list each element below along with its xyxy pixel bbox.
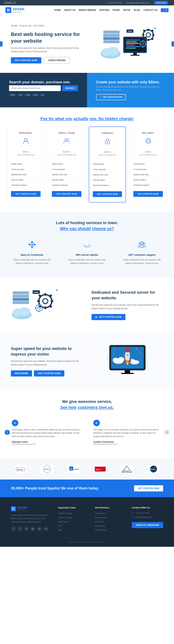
svg-rect-110 <box>125 370 130 373</box>
nav-pages[interactable]: PAGES <box>113 9 120 12</box>
domain-search-title: Search your domain, purchase one. <box>9 80 78 84</box>
footer-partners-col: Out Partners Themeforest Codecanyon Vide… <box>95 506 126 533</box>
footer-link-domain[interactable]: Search Domain <box>58 516 72 518</box>
nav-about[interactable]: ABOUT US <box>64 9 75 12</box>
nav-contact[interactable]: CONTACT US <box>143 9 157 12</box>
svg-rect-53 <box>32 246 33 248</box>
phone-link[interactable]: 📞 +214 5212 829 <box>105 2 122 4</box>
send-message-button[interactable]: SEND US A MESSAGE <box>132 522 163 528</box>
footer-partner-videohive[interactable]: Videohive <box>95 520 104 523</box>
hero-next-button[interactable]: › <box>171 42 174 46</box>
list-item: WHMCS Bridge <box>58 512 90 514</box>
footer-links-list: WHMCS Bridge Search Domain My Account Ca… <box>58 512 90 531</box>
cta-button[interactable]: GET STARTED NOW <box>134 485 163 492</box>
brand-logo-inner-1: BRAND <box>13 464 28 474</box>
footer-link-cart[interactable]: Cart <box>58 525 62 527</box>
pricing-btn-personal[interactable]: GET STARTED NOW <box>11 191 41 197</box>
speed-get-started-button[interactable]: GET STARTED NOW <box>34 370 64 376</box>
svg-text:+: + <box>56 288 58 292</box>
pricing-name-company: COMPANY <box>93 132 122 134</box>
svg-rect-83 <box>38 310 40 312</box>
domain-get-started-button[interactable]: ✓ GET STARTED NOW <box>96 94 126 100</box>
svg-rect-25 <box>147 29 149 31</box>
pricing-price-personal: $3/mo <box>11 148 41 154</box>
tld-com: .com <box>9 94 16 96</box>
logo: SPARK web hosting <box>6 7 25 13</box>
pricing-btn-smallteam[interactable]: GET STARTED NOW <box>52 191 81 197</box>
domain-search-button[interactable]: SEARCH <box>62 85 78 91</box>
footer-link-blog[interactable]: Blog <box>58 529 62 531</box>
social-youtube[interactable]: yt <box>37 526 42 531</box>
hero-illustration: www <box>100 26 163 62</box>
testimonial-role-1: Web developer/customer.com <box>12 443 81 445</box>
testimonials-next-button[interactable]: › <box>164 430 169 435</box>
hero-get-started-button[interactable]: GET STARTED NOW <box>11 57 41 64</box>
social-googleplus[interactable]: g+ <box>30 526 36 531</box>
svg-rect-68 <box>13 294 29 298</box>
social-twitter[interactable]: t <box>17 526 23 531</box>
nav-blog[interactable]: BLOG <box>134 9 140 12</box>
hero-tag: Simple – Easy to use – 10x Faster! <box>11 24 83 28</box>
nav-whmcs[interactable]: WHMCS BRIDGE <box>79 9 96 12</box>
hero-prev-button[interactable]: ‹ <box>0 42 3 46</box>
pricing-price-bigshot: $3/mo <box>133 148 163 154</box>
svg-point-71 <box>43 298 48 304</box>
svg-rect-67 <box>13 298 29 301</box>
footer-partners-title: Out Partners <box>95 506 126 509</box>
nav-setup[interactable]: SETUP <box>123 9 130 12</box>
svg-rect-84 <box>35 308 36 308</box>
domain-input[interactable] <box>9 85 61 91</box>
dedicated-get-started-button[interactable]: ▶ GET STARTED NOW <box>92 314 125 320</box>
logo-icon <box>6 7 11 13</box>
footer-partner-graphicriver[interactable]: Graphicriver <box>95 529 106 531</box>
svg-rect-129 <box>12 508 13 508</box>
pricing-card-bigshot: BIG SHOT $3/mo price for personal use 10… <box>130 126 167 202</box>
nav-home[interactable]: HOME <box>54 9 61 12</box>
svg-text:SEEN IT: SEEN IT <box>96 469 101 470</box>
hero-check-pricing-button[interactable]: CHECK PRICING <box>44 57 70 64</box>
pricing-heading: Pay for what you actually use. No hidden… <box>7 116 167 121</box>
svg-point-40 <box>25 138 27 141</box>
footer-partner-audiojungle[interactable]: Audiojungle <box>95 525 106 527</box>
copyright-text: © Copyright 2016 Spark. All Rights Reser… <box>69 541 105 543</box>
language-selector[interactable]: English <box>4 1 16 4</box>
svg-rect-72 <box>44 293 46 296</box>
svg-rect-26 <box>147 39 149 41</box>
footer-logo-text: SPARK <box>17 506 27 509</box>
pricing-card-smallteam: SMALL TEAM $10/mo price for small team u… <box>48 126 85 202</box>
footer-link-whmcs[interactable]: WHMCS Bridge <box>58 512 72 514</box>
pricing-label-smallteam: price for small team use <box>52 154 81 156</box>
svg-rect-55 <box>34 244 36 245</box>
pricing-section: Pay for what you actually use. No hidden… <box>0 107 174 212</box>
footer-partner-themeforest[interactable]: Themeforest <box>95 512 106 514</box>
cart-button[interactable]: 🛒 0 <box>161 8 168 12</box>
svg-point-42 <box>67 139 69 141</box>
testimonials-section: We give awesome service, See how custome… <box>0 390 174 459</box>
footer-contact-title: Contact With Us <box>132 506 163 509</box>
brand-logo-2: BADGE <box>40 464 54 474</box>
speed-title: Super speed for your website to impress … <box>11 346 82 357</box>
read-more-button[interactable]: READ MORE <box>11 370 32 376</box>
pricing-btn-bigshot[interactable]: GET STARTED NOW <box>133 191 163 197</box>
footer-partner-codecanyon[interactable]: Codecanyon <box>95 516 106 518</box>
social-facebook[interactable]: f <box>11 526 16 531</box>
dedicated-svg: www + <box>11 287 62 323</box>
client-area-link[interactable]: Client Area <box>154 1 168 4</box>
domain-search-form: SEARCH <box>9 85 78 91</box>
svg-rect-73 <box>44 306 46 309</box>
svg-text:WORLDWIDE: WORLDWIDE <box>96 471 104 472</box>
svg-rect-37 <box>139 44 141 44</box>
social-rss[interactable]: rs <box>44 526 49 531</box>
footer-link-account[interactable]: My Account <box>58 520 68 523</box>
brand-logo-1: BRAND <box>13 464 28 474</box>
logo-subtext: web hosting <box>13 11 25 13</box>
social-linkedin[interactable]: in <box>24 526 29 531</box>
footer-about-col: SPARK web hosting Lorem ipsum dolor sit … <box>11 506 53 533</box>
pricing-btn-company[interactable]: GET STARTED NOW <box>93 191 122 197</box>
domain-section: Search your domain, purchase one. SEARCH… <box>0 73 174 107</box>
pricing-label-company: price for personal use <box>93 154 122 156</box>
email-link[interactable]: ✉ support@example.com <box>127 2 149 4</box>
svg-point-65 <box>19 307 30 316</box>
svg-text:⌄: ⌄ <box>126 377 128 380</box>
nav-hosting[interactable]: HOSTING <box>100 9 110 12</box>
